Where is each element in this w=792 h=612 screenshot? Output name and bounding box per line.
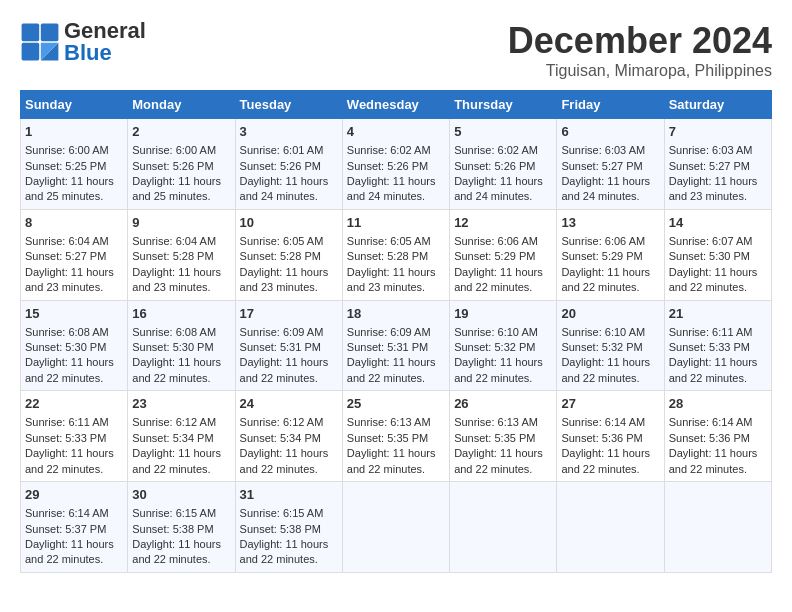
day-number: 22 — [25, 395, 123, 413]
calendar-cell: 2 Sunrise: 6:00 AM Sunset: 5:26 PM Dayli… — [128, 119, 235, 210]
daylight-text: Daylight: 11 hours and 22 minutes. — [25, 356, 114, 383]
daylight-text: Daylight: 11 hours and 22 minutes. — [347, 356, 436, 383]
daylight-text: Daylight: 11 hours and 22 minutes. — [25, 447, 114, 474]
page-header: General Blue December 2024 Tiguisan, Mim… — [20, 20, 772, 80]
month-title: December 2024 — [508, 20, 772, 62]
daylight-text: Daylight: 11 hours and 22 minutes. — [132, 538, 221, 565]
calendar-cell — [342, 482, 449, 573]
day-number: 10 — [240, 214, 338, 232]
sunset-text: Sunset: 5:30 PM — [132, 341, 213, 353]
day-number: 16 — [132, 305, 230, 323]
calendar-cell: 29 Sunrise: 6:14 AM Sunset: 5:37 PM Dayl… — [21, 482, 128, 573]
day-number: 18 — [347, 305, 445, 323]
sunrise-text: Sunrise: 6:01 AM — [240, 144, 324, 156]
col-wednesday: Wednesday — [342, 91, 449, 119]
col-friday: Friday — [557, 91, 664, 119]
sunset-text: Sunset: 5:31 PM — [347, 341, 428, 353]
day-number: 31 — [240, 486, 338, 504]
calendar-cell: 22 Sunrise: 6:11 AM Sunset: 5:33 PM Dayl… — [21, 391, 128, 482]
sunrise-text: Sunrise: 6:02 AM — [454, 144, 538, 156]
calendar-cell: 3 Sunrise: 6:01 AM Sunset: 5:26 PM Dayli… — [235, 119, 342, 210]
daylight-text: Daylight: 11 hours and 22 minutes. — [561, 447, 650, 474]
sunrise-text: Sunrise: 6:06 AM — [561, 235, 645, 247]
day-number: 19 — [454, 305, 552, 323]
sunrise-text: Sunrise: 6:00 AM — [25, 144, 109, 156]
day-number: 9 — [132, 214, 230, 232]
svg-rect-0 — [22, 24, 40, 42]
col-saturday: Saturday — [664, 91, 771, 119]
calendar-cell: 24 Sunrise: 6:12 AM Sunset: 5:34 PM Dayl… — [235, 391, 342, 482]
calendar-cell: 5 Sunrise: 6:02 AM Sunset: 5:26 PM Dayli… — [450, 119, 557, 210]
sunset-text: Sunset: 5:28 PM — [347, 250, 428, 262]
sunrise-text: Sunrise: 6:11 AM — [25, 416, 109, 428]
sunset-text: Sunset: 5:30 PM — [25, 341, 106, 353]
sunset-text: Sunset: 5:27 PM — [561, 160, 642, 172]
daylight-text: Daylight: 11 hours and 22 minutes. — [561, 266, 650, 293]
sunrise-text: Sunrise: 6:08 AM — [132, 326, 216, 338]
day-number: 21 — [669, 305, 767, 323]
calendar-week-2: 8 Sunrise: 6:04 AM Sunset: 5:27 PM Dayli… — [21, 209, 772, 300]
sunrise-text: Sunrise: 6:05 AM — [347, 235, 431, 247]
sunrise-text: Sunrise: 6:09 AM — [347, 326, 431, 338]
sunrise-text: Sunrise: 6:03 AM — [561, 144, 645, 156]
daylight-text: Daylight: 11 hours and 23 minutes. — [669, 175, 758, 202]
sunrise-text: Sunrise: 6:15 AM — [132, 507, 216, 519]
calendar-cell: 9 Sunrise: 6:04 AM Sunset: 5:28 PM Dayli… — [128, 209, 235, 300]
svg-rect-2 — [22, 43, 40, 61]
location-subtitle: Tiguisan, Mimaropa, Philippines — [508, 62, 772, 80]
sunset-text: Sunset: 5:34 PM — [240, 432, 321, 444]
sunrise-text: Sunrise: 6:14 AM — [561, 416, 645, 428]
day-number: 29 — [25, 486, 123, 504]
sunrise-text: Sunrise: 6:06 AM — [454, 235, 538, 247]
day-number: 5 — [454, 123, 552, 141]
day-number: 28 — [669, 395, 767, 413]
day-number: 24 — [240, 395, 338, 413]
day-number: 1 — [25, 123, 123, 141]
calendar-cell — [450, 482, 557, 573]
calendar-cell: 7 Sunrise: 6:03 AM Sunset: 5:27 PM Dayli… — [664, 119, 771, 210]
sunset-text: Sunset: 5:30 PM — [669, 250, 750, 262]
sunset-text: Sunset: 5:25 PM — [25, 160, 106, 172]
col-tuesday: Tuesday — [235, 91, 342, 119]
sunset-text: Sunset: 5:26 PM — [132, 160, 213, 172]
daylight-text: Daylight: 11 hours and 22 minutes. — [25, 538, 114, 565]
calendar-cell: 10 Sunrise: 6:05 AM Sunset: 5:28 PM Dayl… — [235, 209, 342, 300]
calendar-cell: 11 Sunrise: 6:05 AM Sunset: 5:28 PM Dayl… — [342, 209, 449, 300]
col-monday: Monday — [128, 91, 235, 119]
daylight-text: Daylight: 11 hours and 23 minutes. — [240, 266, 329, 293]
logo-text: General Blue — [64, 20, 146, 64]
daylight-text: Daylight: 11 hours and 22 minutes. — [454, 356, 543, 383]
logo-icon — [20, 22, 60, 62]
sunrise-text: Sunrise: 6:04 AM — [132, 235, 216, 247]
calendar-week-3: 15 Sunrise: 6:08 AM Sunset: 5:30 PM Dayl… — [21, 300, 772, 391]
calendar-cell: 1 Sunrise: 6:00 AM Sunset: 5:25 PM Dayli… — [21, 119, 128, 210]
sunrise-text: Sunrise: 6:10 AM — [454, 326, 538, 338]
sunrise-text: Sunrise: 6:13 AM — [347, 416, 431, 428]
sunrise-text: Sunrise: 6:14 AM — [669, 416, 753, 428]
daylight-text: Daylight: 11 hours and 25 minutes. — [132, 175, 221, 202]
header-row: Sunday Monday Tuesday Wednesday Thursday… — [21, 91, 772, 119]
daylight-text: Daylight: 11 hours and 22 minutes. — [454, 266, 543, 293]
calendar-cell: 19 Sunrise: 6:10 AM Sunset: 5:32 PM Dayl… — [450, 300, 557, 391]
day-number: 13 — [561, 214, 659, 232]
sunrise-text: Sunrise: 6:07 AM — [669, 235, 753, 247]
calendar-cell: 26 Sunrise: 6:13 AM Sunset: 5:35 PM Dayl… — [450, 391, 557, 482]
calendar-week-4: 22 Sunrise: 6:11 AM Sunset: 5:33 PM Dayl… — [21, 391, 772, 482]
day-number: 3 — [240, 123, 338, 141]
calendar-week-1: 1 Sunrise: 6:00 AM Sunset: 5:25 PM Dayli… — [21, 119, 772, 210]
sunset-text: Sunset: 5:38 PM — [132, 523, 213, 535]
daylight-text: Daylight: 11 hours and 23 minutes. — [25, 266, 114, 293]
day-number: 8 — [25, 214, 123, 232]
daylight-text: Daylight: 11 hours and 22 minutes. — [240, 356, 329, 383]
sunset-text: Sunset: 5:27 PM — [25, 250, 106, 262]
day-number: 2 — [132, 123, 230, 141]
col-thursday: Thursday — [450, 91, 557, 119]
daylight-text: Daylight: 11 hours and 23 minutes. — [347, 266, 436, 293]
sunset-text: Sunset: 5:32 PM — [561, 341, 642, 353]
daylight-text: Daylight: 11 hours and 25 minutes. — [25, 175, 114, 202]
sunset-text: Sunset: 5:35 PM — [347, 432, 428, 444]
calendar-cell: 20 Sunrise: 6:10 AM Sunset: 5:32 PM Dayl… — [557, 300, 664, 391]
calendar-cell — [664, 482, 771, 573]
sunrise-text: Sunrise: 6:00 AM — [132, 144, 216, 156]
sunset-text: Sunset: 5:28 PM — [132, 250, 213, 262]
